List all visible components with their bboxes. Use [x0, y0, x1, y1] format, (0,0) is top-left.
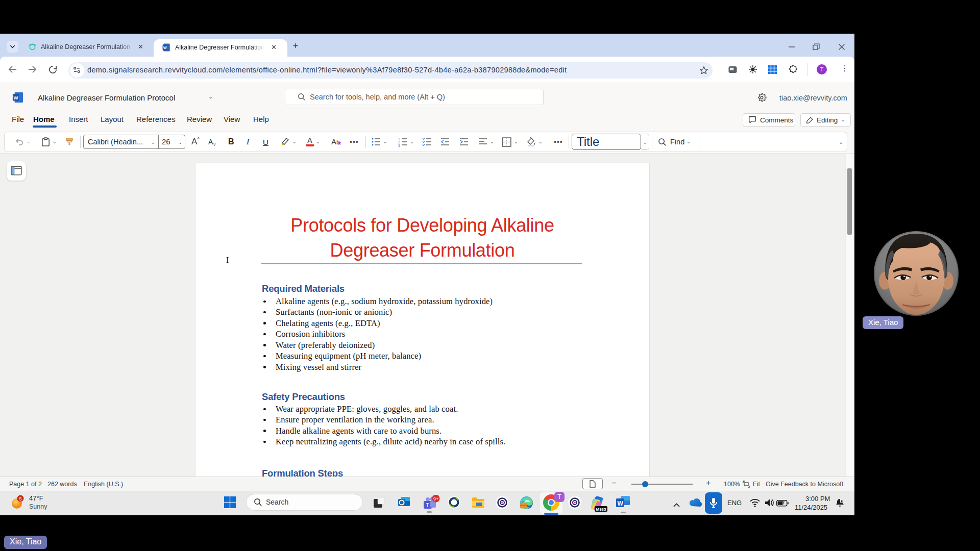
svg-text:3: 3 [398, 144, 400, 147]
svg-text:W: W [618, 500, 624, 507]
svg-text:M365: M365 [596, 507, 607, 512]
svg-text:9+: 9+ [433, 496, 438, 502]
svg-text:A: A [331, 137, 336, 146]
svg-text:5: 5 [19, 496, 22, 502]
svg-text:W: W [163, 45, 167, 50]
svg-text:z: z [841, 498, 843, 503]
svg-text:T: T [426, 503, 429, 508]
svg-text:b: b [336, 139, 340, 146]
svg-text:W: W [14, 95, 19, 101]
